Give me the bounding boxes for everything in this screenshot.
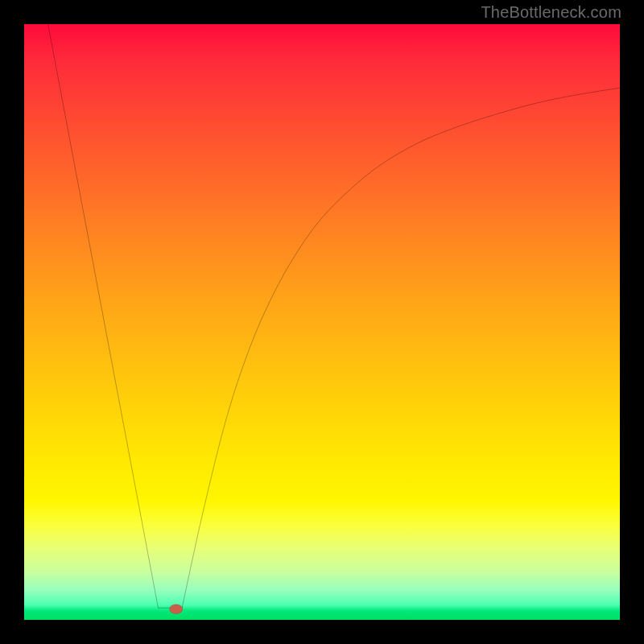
plot-area bbox=[24, 24, 620, 620]
series-group bbox=[48, 24, 620, 608]
chart-frame: TheBottleneck.com bbox=[0, 0, 644, 644]
curve-left-branch bbox=[48, 24, 159, 608]
curve-right-branch bbox=[182, 88, 620, 608]
watermark-text: TheBottleneck.com bbox=[481, 3, 621, 22]
optimum-marker bbox=[170, 605, 183, 614]
curve-layer bbox=[24, 24, 620, 620]
